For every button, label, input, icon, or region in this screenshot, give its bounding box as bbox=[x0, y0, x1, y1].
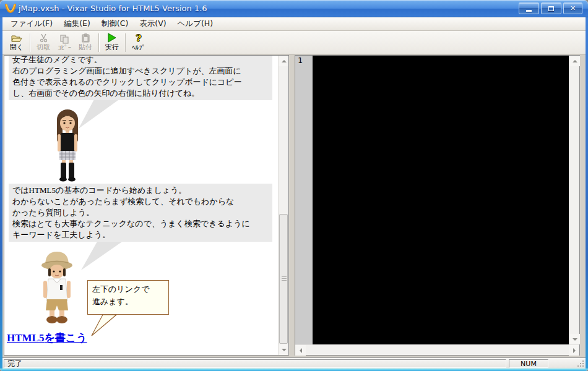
tutorial-text-block-2: ではHTML5の基本のコードから始めましょう。 わからないことがあったらまず検索… bbox=[9, 184, 272, 242]
cut-button: 切取 bbox=[33, 32, 54, 53]
arrow-right-icon bbox=[573, 348, 576, 353]
scroll-up-button[interactable] bbox=[279, 56, 289, 66]
thumb-grip bbox=[282, 276, 287, 281]
maximize-icon bbox=[548, 6, 554, 11]
minimize-icon bbox=[526, 10, 532, 12]
status-message: 完了 bbox=[7, 359, 22, 369]
boy-character-image bbox=[33, 246, 81, 325]
toolbar-separator bbox=[30, 33, 30, 52]
html5-emphasis: HTML5 bbox=[29, 186, 56, 195]
arrow-left-icon bbox=[300, 348, 302, 353]
window-border-bottom bbox=[0, 369, 588, 371]
write-html5-link[interactable]: HTML5を書こう bbox=[7, 331, 87, 345]
open-button[interactable]: 開く bbox=[6, 32, 27, 53]
menu-control[interactable]: 制御(C) bbox=[96, 17, 134, 31]
paste-button-label: 貼付 bbox=[79, 43, 92, 52]
status-message-pane: 完了 bbox=[4, 359, 506, 368]
cut-button-label: 切取 bbox=[37, 43, 50, 52]
open-folder-icon bbox=[11, 33, 23, 43]
status-bar: 完了 NUM bbox=[2, 357, 586, 369]
vixar-logo-icon bbox=[5, 3, 16, 16]
run-play-icon bbox=[107, 33, 117, 43]
tutorial-content: 女子生徒のメグミです。 右のプログラミング画面に追加すべきスクリプトが、左画面に… bbox=[4, 56, 278, 355]
app-window: jMap.vxsh - Vixar Studio for HTML5 Versi… bbox=[0, 0, 588, 371]
tutorial-panel: 女子生徒のメグミです。 右のプログラミング画面に追加すべきスクリプトが、左画面に… bbox=[4, 55, 289, 356]
menu-file[interactable]: ファイル(F) bbox=[5, 17, 58, 31]
line-number-gutter: 1 bbox=[295, 56, 313, 344]
menu-help[interactable]: ヘルプ(H) bbox=[172, 17, 219, 31]
paste-button: 貼付 bbox=[75, 32, 96, 53]
text-line: ではHTML5の基本のコードから始めましょう。 bbox=[12, 185, 269, 196]
arrow-up-icon bbox=[282, 60, 287, 62]
line-number: 1 bbox=[298, 56, 303, 65]
balloon-line: 左下のリンクで bbox=[92, 283, 164, 296]
text-line: 色付きで表示されるのでクリックしてクリップボードにコピー bbox=[12, 77, 269, 88]
paste-clipboard-icon bbox=[81, 33, 90, 43]
toolbar-separator bbox=[125, 33, 126, 52]
copy-button: ｺﾋﾟｰ bbox=[54, 32, 75, 53]
toolbar-separator bbox=[98, 33, 99, 52]
arrow-down-icon bbox=[282, 349, 287, 351]
editor-vertical-scrollbar[interactable] bbox=[569, 56, 579, 344]
maximize-button[interactable] bbox=[541, 2, 561, 14]
text-line: し、右画面でその色の矢印の右側に貼り付けてね。 bbox=[12, 88, 269, 99]
arrow-up-icon bbox=[573, 60, 577, 62]
tutorial-vertical-scrollbar[interactable] bbox=[278, 56, 288, 355]
title-bar: jMap.vxsh - Vixar Studio for HTML5 Versi… bbox=[0, 0, 588, 17]
copy-icon bbox=[59, 33, 69, 44]
open-button-label: 開く bbox=[10, 43, 24, 52]
scroll-up-button[interactable] bbox=[569, 56, 580, 66]
menu-edit[interactable]: 編集(E) bbox=[58, 17, 96, 31]
scissors-icon bbox=[39, 33, 48, 43]
menu-bar: ファイル(F) 編集(E) 制御(C) 表示(V) ヘルプ(H) bbox=[2, 17, 586, 31]
run-button[interactable]: 実行 bbox=[102, 32, 123, 53]
help-button-label: ﾍﾙﾌﾟ bbox=[132, 44, 145, 52]
tutorial-text-block-1: 女子生徒のメグミです。 右のプログラミング画面に追加すべきスクリプトが、左画面に… bbox=[9, 56, 272, 100]
help-icon: ? bbox=[136, 33, 142, 44]
window-border-right bbox=[586, 17, 588, 369]
minimize-button[interactable] bbox=[519, 2, 539, 14]
text-line: キーワードを工夫しよう。 bbox=[12, 229, 269, 241]
menu-view[interactable]: 表示(V) bbox=[134, 17, 171, 31]
code-panel: 1 bbox=[295, 55, 580, 356]
toolbar: 開く 切取 ｺﾋﾟｰ bbox=[2, 31, 586, 54]
close-icon: ✕ bbox=[570, 4, 576, 12]
scroll-down-button[interactable] bbox=[569, 334, 580, 344]
girl-character-image bbox=[45, 106, 90, 182]
close-button[interactable]: ✕ bbox=[563, 2, 582, 14]
text-line: 右のプログラミング画面に追加すべきスクリプトが、左画面に bbox=[12, 66, 269, 77]
copy-button-label: ｺﾋﾟｰ bbox=[58, 44, 71, 52]
balloon-line: 進みます。 bbox=[92, 296, 164, 308]
run-button-label: 実行 bbox=[105, 43, 119, 52]
scroll-down-button[interactable] bbox=[279, 344, 289, 355]
resize-grip[interactable] bbox=[577, 360, 585, 368]
scroll-left-button[interactable] bbox=[295, 345, 306, 356]
editor-horizontal-scrollbar[interactable] bbox=[295, 344, 579, 355]
text-line: わからないことがあったらまず検索して、それでもわからな bbox=[12, 196, 269, 207]
scrollbar-thumb[interactable] bbox=[279, 214, 288, 344]
num-lock-indicator: NUM bbox=[509, 359, 548, 368]
help-button[interactable]: ? ﾍﾙﾌﾟ bbox=[128, 32, 149, 53]
arrow-down-icon bbox=[573, 338, 577, 341]
window-title: jMap.vxsh - Vixar Studio for HTML5 Versi… bbox=[19, 4, 207, 13]
hint-balloon: 左下のリンクで 進みます。 bbox=[87, 280, 169, 315]
scroll-right-button[interactable] bbox=[569, 345, 579, 356]
code-editor-area[interactable] bbox=[313, 56, 569, 344]
text-line: 女子生徒のメグミです。 bbox=[12, 56, 269, 66]
text-line: かったら質問しよう。 bbox=[12, 207, 269, 218]
text-line: 検索はとても大事なテクニックなので、うまく検索できるように bbox=[12, 218, 269, 229]
